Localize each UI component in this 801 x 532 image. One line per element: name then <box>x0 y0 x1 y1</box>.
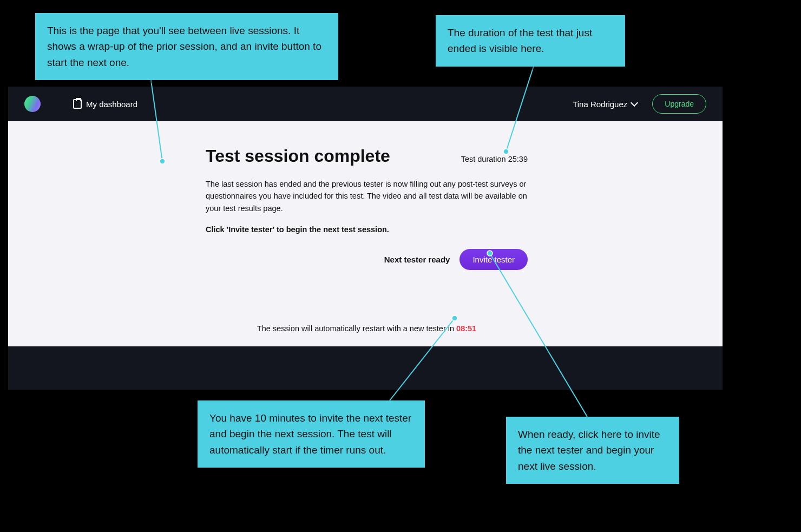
upgrade-button[interactable]: Upgrade <box>652 94 706 114</box>
callout-timer: You have 10 minutes to invite the next t… <box>198 400 425 468</box>
test-duration: Test duration 25:39 <box>461 155 528 163</box>
my-dashboard-link[interactable]: My dashboard <box>73 99 137 109</box>
auto-restart-line: The session will automatically restart w… <box>206 324 528 333</box>
logo-icon <box>22 94 43 114</box>
callout-duration: The duration of the test that just ended… <box>436 15 625 67</box>
user-name: Tina Rodriguez <box>573 100 627 109</box>
next-tester-ready-label: Next tester ready <box>384 255 450 264</box>
user-menu[interactable]: Tina Rodriguez <box>573 100 637 109</box>
restart-timer: 08:51 <box>456 324 476 333</box>
session-instruction: Click 'Invite tester' to begin the next … <box>206 225 528 234</box>
clipboard-icon <box>73 99 82 109</box>
top-nav: My dashboard Tina Rodriguez Upgrade <box>8 87 723 121</box>
restart-prefix: The session will automatically restart w… <box>257 324 456 333</box>
main-content: Test session complete Test duration 25:3… <box>8 121 723 333</box>
dashboard-label: My dashboard <box>86 100 137 109</box>
callout-intro: This is the page that you'll see between… <box>35 13 338 80</box>
callout-invite: When ready, click here to invite the nex… <box>506 417 679 484</box>
chevron-down-icon <box>631 99 638 107</box>
app-window: My dashboard Tina Rodriguez Upgrade Test… <box>8 87 723 390</box>
bottom-strip <box>8 346 723 390</box>
invite-tester-button[interactable]: Invite tester <box>459 249 528 270</box>
page-title: Test session complete <box>206 146 390 166</box>
session-description: The last session has ended and the previ… <box>206 178 528 214</box>
